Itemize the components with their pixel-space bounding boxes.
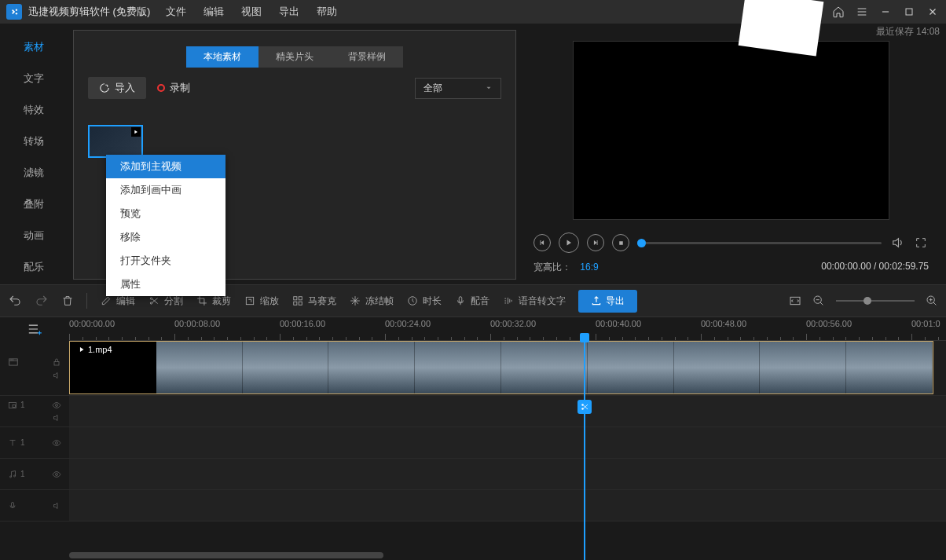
ctx-properties[interactable]: 属性 — [106, 273, 226, 296]
context-menu: 添加到主视频 添加到画中画 预览 移除 打开文件夹 属性 — [106, 155, 226, 296]
ctx-add-main[interactable]: 添加到主视频 — [106, 155, 226, 178]
menu-file[interactable]: 文件 — [166, 5, 186, 19]
edit-button[interactable]: 编辑 — [100, 295, 135, 308]
prev-frame-button[interactable] — [534, 234, 551, 251]
next-frame-button[interactable] — [587, 234, 604, 251]
timeline-scrollbar[interactable] — [69, 551, 946, 560]
ratio-value[interactable]: 16:9 — [580, 262, 598, 273]
sidebar-tab-media[interactable]: 素材 — [0, 31, 67, 63]
progress-knob[interactable] — [637, 239, 646, 247]
eye-icon[interactable] — [52, 401, 61, 410]
scrollbar-thumb[interactable] — [69, 552, 383, 558]
ruler-tick: 00:00:40.00 — [596, 319, 641, 328]
filter-dropdown[interactable]: 全部 — [415, 78, 501, 99]
stop-button[interactable] — [612, 234, 629, 251]
mute-icon[interactable] — [52, 413, 61, 423]
media-tab-local[interactable]: 本地素材 — [186, 46, 258, 68]
svg-rect-16 — [9, 358, 18, 364]
ruler-tick: 00:00:32.00 — [490, 319, 536, 328]
mosaic-button[interactable]: 马赛克 — [292, 295, 336, 308]
svg-point-20 — [56, 404, 58, 406]
zoom-out-button[interactable] — [812, 295, 825, 307]
play-button[interactable] — [559, 232, 579, 253]
svg-point-1 — [16, 13, 17, 14]
app-title: 迅捷视频剪辑软件 (免费版) — [28, 5, 150, 19]
ruler-tick: 00:00:56.00 — [806, 319, 852, 328]
menu-icon[interactable] — [855, 5, 869, 19]
pip-track-icon — [8, 401, 17, 410]
menu-help[interactable]: 帮助 — [317, 5, 337, 19]
svg-rect-6 — [246, 297, 253, 304]
ctx-remove[interactable]: 移除 — [106, 225, 226, 249]
sidebar-tab-animation[interactable]: 动画 — [0, 220, 67, 251]
menu-edit[interactable]: 编辑 — [204, 5, 224, 19]
playhead[interactable] — [584, 341, 585, 560]
sidebar-tab-music[interactable]: 配乐 — [0, 251, 67, 283]
svg-rect-17 — [54, 361, 59, 365]
ctx-open-folder[interactable]: 打开文件夹 — [106, 249, 226, 273]
media-tab-bg[interactable]: 背景样例 — [331, 46, 403, 68]
svg-rect-3 — [619, 241, 623, 245]
stt-button[interactable]: 语音转文字 — [502, 295, 566, 308]
ctx-add-pip[interactable]: 添加到画中画 — [106, 178, 226, 202]
zoom-slider[interactable] — [836, 300, 915, 302]
sidebar-tab-text[interactable]: 文字 — [0, 63, 67, 94]
preview-progress[interactable] — [637, 242, 882, 244]
ctx-preview[interactable]: 预览 — [106, 202, 226, 225]
duration-button[interactable]: 时长 — [406, 295, 442, 308]
cut-icon[interactable] — [578, 400, 592, 414]
maximize-icon[interactable] — [902, 5, 916, 19]
svg-point-23 — [14, 475, 16, 477]
video-clip[interactable]: 1.mp4 — [69, 341, 933, 394]
crop-button[interactable]: 裁剪 — [196, 295, 231, 308]
zoom-in-button[interactable] — [926, 295, 938, 307]
zoom-knob[interactable] — [864, 297, 871, 305]
export-button[interactable]: 导出 — [578, 290, 637, 313]
record-button[interactable]: 录制 — [157, 81, 190, 95]
ruler-tick: 00:00:16.00 — [280, 319, 325, 328]
fit-button[interactable] — [789, 295, 801, 307]
sidebar-tab-transition[interactable]: 转场 — [0, 126, 67, 157]
import-button[interactable]: 导入 — [88, 77, 146, 99]
close-icon[interactable] — [926, 5, 940, 19]
add-track-button[interactable] — [26, 322, 43, 336]
text-track-icon — [8, 438, 17, 448]
split-button[interactable]: 分割 — [148, 295, 183, 308]
mute-icon[interactable] — [52, 371, 61, 380]
undo-button[interactable] — [8, 294, 22, 308]
time-ruler[interactable]: 00:00:00.0000:00:08.0000:00:16.0000:00:2… — [69, 317, 946, 341]
menu-view[interactable]: 视图 — [241, 5, 262, 19]
ratio-label: 宽高比： — [534, 262, 571, 273]
fullscreen-icon[interactable] — [913, 235, 929, 251]
delete-button[interactable] — [61, 295, 74, 307]
music-track: 1 — [0, 459, 946, 490]
video-track: 1.mp4 — [0, 341, 946, 396]
app-logo — [6, 4, 22, 20]
media-tab-intro[interactable]: 精美片头 — [258, 46, 331, 68]
text-track: 1 — [0, 427, 946, 459]
home-icon[interactable] — [831, 5, 845, 19]
minimize-icon[interactable] — [878, 5, 893, 19]
last-save-label: 最近保存 14:08 — [876, 25, 940, 38]
eye-icon[interactable] — [52, 470, 61, 479]
mute-icon[interactable] — [52, 501, 61, 511]
scale-button[interactable]: 缩放 — [244, 295, 279, 308]
dub-button[interactable]: 配音 — [454, 295, 490, 308]
svg-point-22 — [10, 476, 12, 478]
chevron-down-icon — [485, 84, 493, 92]
sidebar-tab-effects[interactable]: 特效 — [0, 94, 67, 126]
svg-rect-7 — [294, 297, 297, 300]
eye-icon[interactable] — [52, 438, 61, 448]
sidebar-tab-overlay[interactable]: 叠附 — [0, 188, 67, 220]
video-track-icon — [8, 357, 19, 368]
redo-button[interactable] — [35, 294, 49, 308]
media-thumbnail[interactable] — [88, 125, 143, 158]
svg-point-21 — [56, 441, 58, 444]
menu-export[interactable]: 导出 — [279, 5, 299, 19]
sidebar-tab-filter[interactable]: 滤镜 — [0, 157, 67, 188]
freeze-button[interactable]: 冻结帧 — [349, 295, 394, 308]
lock-icon[interactable] — [52, 357, 61, 367]
volume-icon[interactable] — [889, 235, 905, 251]
svg-rect-2 — [906, 9, 912, 15]
preview-time: 00:00:00.00 / 00:02:59.75 — [821, 261, 929, 274]
